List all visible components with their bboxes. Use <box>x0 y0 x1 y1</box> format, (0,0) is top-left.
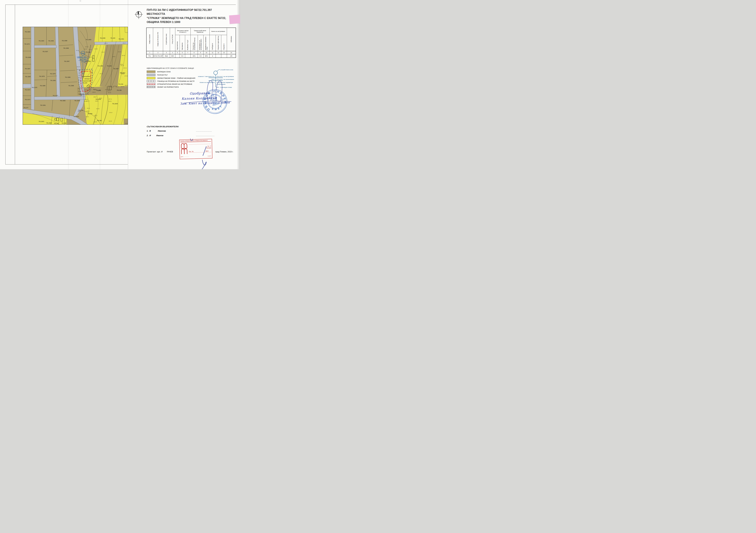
parcel-label: 701.3403 <box>39 40 44 41</box>
elevation-label: 186.33 <box>84 89 88 90</box>
elevation-label: 184.04 <box>77 66 80 67</box>
greening: 50% <box>84 59 87 60</box>
elevation-label: 186.13 <box>86 100 90 102</box>
title-line-1: ПУП-ПЗ ЗА ПИ С ИДЕНТИФИКАТОР 56722.701.3… <box>147 8 230 16</box>
elevation-label: 186.24 <box>85 99 88 100</box>
column-number: 9 <box>198 51 203 54</box>
parcel-label: 701.297 <box>54 123 59 124</box>
parcel-label: 701.2641 <box>73 116 79 117</box>
parcel-label: 701.3308 <box>68 85 74 87</box>
legend-swatch <box>147 86 155 88</box>
col-header: Максимална <box>180 35 185 51</box>
elevation-label: 184.71 <box>94 115 97 116</box>
parcel-label: 701.3264 <box>25 31 30 33</box>
scanned-plan-sheet: 82 <box>0 0 240 169</box>
elevation-label: 183.07 <box>89 49 92 50</box>
column-number: 3 <box>163 51 170 54</box>
legend-swatch <box>147 70 155 73</box>
data-cell: 701. <box>147 54 153 58</box>
elevation-label: 186.83 <box>120 64 123 65</box>
elevation-label: 186.02 <box>112 56 116 57</box>
parcel-label: 701.3291 <box>40 105 46 106</box>
data-cell: 2Ж <box>227 54 236 58</box>
legend-label: ОБХВАТ НА РАЗРАБОТКАТА <box>157 86 179 88</box>
elevation-label: 181.95 <box>85 46 88 47</box>
parcel-label: 701.3293 <box>74 100 80 101</box>
elevation-label: 187.18 <box>121 65 124 66</box>
elevation-label: 185.80 <box>86 111 90 112</box>
column-number: 14 <box>227 51 236 54</box>
parcel-label: 701.3399 <box>62 40 67 41</box>
data-cell: 30% <box>191 54 198 58</box>
zone-code: Жм2 <box>81 52 85 54</box>
parcel-label: 701.296 <box>62 122 66 124</box>
column-number: 7 <box>185 51 191 54</box>
torn-paper-edge <box>237 0 240 169</box>
elevation-label: 187.54 <box>123 67 126 68</box>
data-cell: 56722.701.397 <box>153 54 163 58</box>
column-number: 4 <box>170 51 175 54</box>
elevation-label: 186.22 <box>99 73 103 74</box>
parcel-label: 701.3285 <box>63 47 69 49</box>
parcel-label: 701.3301 <box>119 38 124 40</box>
drawing-title: ПУП-ПЗ ЗА ПИ С ИДЕНТИФИКАТОР 56722.701.3… <box>147 8 230 24</box>
signature-dots: ............................ <box>196 135 215 137</box>
elevation-label: 180.67 <box>125 123 128 124</box>
legend-swatch <box>147 74 155 76</box>
signature-dots: ........................ <box>196 130 212 132</box>
subject-use-line: за нискоетажно <box>81 76 91 77</box>
elevation-label: 187.59 <box>107 90 111 91</box>
col-header: Номер на масив <box>147 28 153 51</box>
parcel-label: 701.3267 <box>25 68 30 69</box>
elevation-label: 187.90 <box>124 75 128 76</box>
parcel-label: 701.3280 <box>40 85 45 87</box>
legend-swatch <box>147 83 155 85</box>
column-number: 10 <box>203 51 209 54</box>
elevation-label: 187.69 <box>108 92 111 93</box>
subject-use-line: жилищно <box>84 78 90 80</box>
elevation-label: 186.58 <box>95 100 98 102</box>
data-cell: 0.6 <box>198 54 203 58</box>
column-number: 2 <box>153 51 163 54</box>
floors-height: <2(≤8,5) <box>77 56 82 58</box>
density: 30% <box>84 56 87 58</box>
parcel-label: 701.3278 <box>39 76 44 77</box>
elevation-label: 186.82 <box>94 89 97 90</box>
col-header: Възможна "от-до" <box>185 35 191 51</box>
data-cell: 600 <box>170 54 175 58</box>
designer-name: РАЧЕВ <box>167 151 173 153</box>
elevation-label: 187.10 <box>109 98 112 100</box>
elevation-label: 182.86 <box>94 48 97 49</box>
parcel-label: 701.384 <box>88 113 92 114</box>
data-row: 701.56722.701.397Жм26008.530%0.650%●2Ж <box>147 54 236 58</box>
parcel-label: 701.385 <box>97 120 102 121</box>
group-header-height: Височина в метри (Етажност) <box>175 28 191 35</box>
agreed-num: 2. <box>147 135 148 137</box>
parameters-table: Номер на масив Номер на ПИ и/или УПИ Уст… <box>146 28 236 58</box>
parcel-label: 701.3406 <box>48 40 54 41</box>
pink-sticky-note <box>229 14 240 24</box>
chamber-logo <box>180 142 188 154</box>
setback-dim: 3.0 <box>91 72 93 73</box>
north-symbol <box>134 11 143 19</box>
col-header: Интензивност на застрояване (Кинт) <box>198 35 203 51</box>
legend-swatch <box>147 77 155 79</box>
parcel-label: 701.3279 <box>50 73 55 74</box>
data-cell <box>175 54 180 58</box>
parcel-label: 701.3269 <box>25 76 31 77</box>
col-header: площ на ПИ (м²) <box>170 28 175 51</box>
agreed-initial: И <box>149 135 151 137</box>
elevation-label: 188.46 <box>124 85 128 86</box>
data-cell: 8.5 <box>180 54 185 58</box>
parcel-label: 701.389 <box>117 89 122 91</box>
elevation-label: 185.20 <box>109 112 112 113</box>
stamp-ink-overlay <box>188 137 218 169</box>
col-header: Свързано-с <box>221 35 227 51</box>
elevation-label: 184.05 <box>77 69 80 70</box>
group-header-way: Начин на застрояване <box>209 28 227 35</box>
elevation-label: 182.84 <box>109 120 112 122</box>
agreed-heading: СЪГЛАСУВАЛИ ВЪЗЛОЖИТЕЛИ: <box>147 125 179 128</box>
agreed-item-2: 2. И Иванов <box>147 135 163 137</box>
legend-label: ЖИЛИЩНА ЗОНА <box>157 71 171 73</box>
handwritten-page-note: 82 <box>80 0 81 2</box>
